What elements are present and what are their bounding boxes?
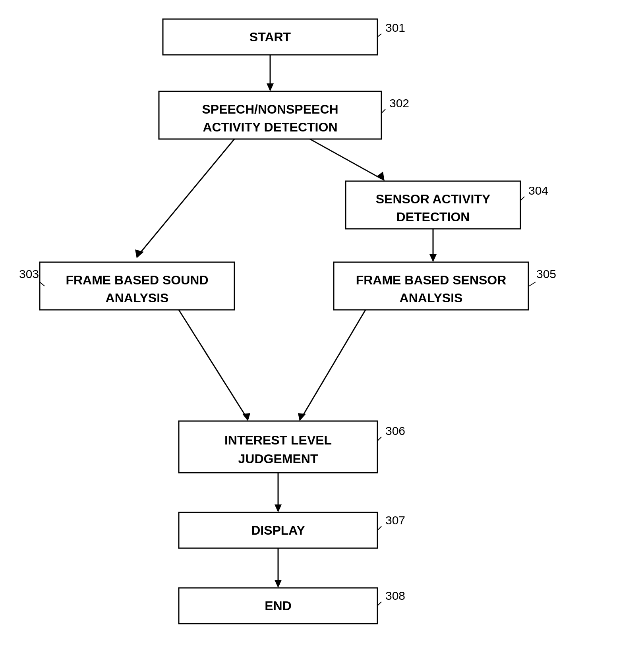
ref-308: 308 xyxy=(385,589,405,602)
svg-line-12 xyxy=(529,282,536,286)
ref-301: 301 xyxy=(385,21,405,34)
svg-line-6 xyxy=(310,139,381,179)
svg-marker-19 xyxy=(275,504,282,512)
svg-marker-16 xyxy=(298,413,306,421)
ref-303: 303 xyxy=(19,267,39,280)
svg-marker-7 xyxy=(377,172,385,181)
svg-line-13 xyxy=(179,310,246,417)
speech-label-1: SPEECH/NONSPEECH xyxy=(202,102,338,116)
svg-marker-22 xyxy=(275,580,282,588)
svg-marker-14 xyxy=(242,413,250,421)
end-label: END xyxy=(265,599,292,613)
svg-marker-10 xyxy=(429,254,437,262)
display-label: DISPLAY xyxy=(251,523,305,537)
ref-307: 307 xyxy=(385,514,405,527)
ref-304: 304 xyxy=(528,184,548,197)
svg-marker-2 xyxy=(267,83,274,91)
sensor-label-1: FRAME BASED SENSOR xyxy=(356,273,507,287)
interest-label-2: JUDGEMENT xyxy=(238,452,318,466)
diagram-container: START 301 SPEECH/NONSPEECH ACTIVITY DETE… xyxy=(0,0,644,657)
sound-label-2: ANALYSIS xyxy=(106,291,169,305)
ref-302: 302 xyxy=(389,97,409,110)
sensor-detect-label-1: SENSOR ACTIVITY xyxy=(376,192,491,206)
sound-label-1: FRAME BASED SOUND xyxy=(66,273,208,287)
start-label: START xyxy=(249,30,291,44)
ref-305: 305 xyxy=(536,267,556,280)
speech-label-2: ACTIVITY DETECTION xyxy=(203,120,338,134)
interest-label-1: INTEREST LEVEL xyxy=(224,433,332,447)
svg-line-4 xyxy=(139,139,234,254)
svg-line-15 xyxy=(302,310,366,417)
sensor-detect-label-2: DETECTION xyxy=(396,210,470,224)
ref-306: 306 xyxy=(385,424,405,437)
sensor-label-2: ANALYSIS xyxy=(400,291,463,305)
